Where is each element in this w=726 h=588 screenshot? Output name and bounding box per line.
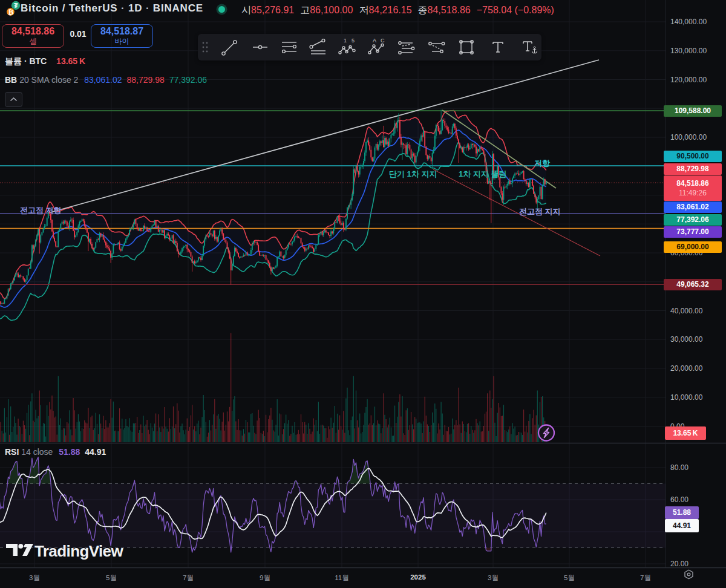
svg-text:₮: ₮ (14, 2, 18, 9)
svg-text:1: 1 (344, 38, 347, 44)
svg-text:₿: ₿ (8, 8, 13, 16)
svg-text:A: A (373, 38, 376, 44)
svg-text:C: C (381, 38, 385, 44)
svg-text:5: 5 (352, 38, 355, 44)
svg-text:TradingView: TradingView (34, 543, 123, 560)
